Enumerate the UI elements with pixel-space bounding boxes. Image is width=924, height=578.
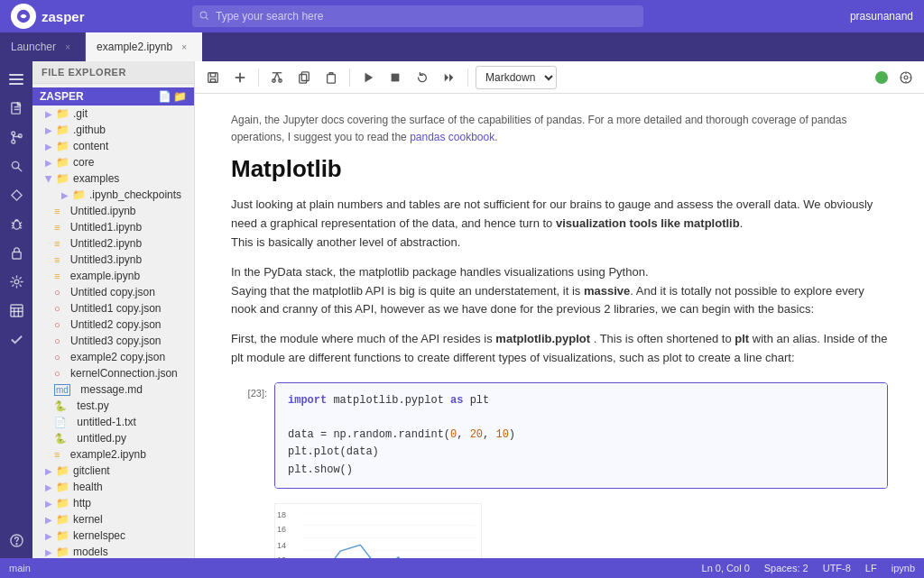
logo: zasper	[11, 4, 85, 29]
list-item[interactable]: 📄 untitled-1.txt	[32, 414, 194, 430]
run-button[interactable]	[357, 67, 379, 88]
cut-button[interactable]	[266, 67, 288, 88]
list-item[interactable]: ▶📁health	[32, 479, 194, 495]
list-item[interactable]: ≡ example.ipynb	[32, 268, 194, 284]
chart-container: 18 16 14 12 10 8 6 4	[274, 503, 482, 558]
list-item[interactable]: ○ example2 copy.json	[32, 349, 194, 365]
list-item[interactable]: ▶📁.github	[32, 122, 194, 138]
main-layout: FILE EXPLORER ZASPER 📄 📁 ▶📁.git ▶📁.githu…	[0, 61, 924, 558]
new-file-icon[interactable]: 📄	[158, 90, 171, 103]
restart-button[interactable]	[411, 67, 433, 88]
list-item[interactable]: ≡ example2.ipynb	[32, 446, 194, 463]
list-item[interactable]: ▶📁.ipynb_checkpoints	[32, 187, 194, 203]
tab-launcher[interactable]: Launcher ×	[0, 32, 86, 61]
copy-button[interactable]	[293, 67, 315, 88]
y-label-16: 16	[277, 525, 286, 534]
para-2: In the PyData stack, the matplotlib pack…	[231, 263, 888, 319]
code-line-5: plt.show()	[288, 462, 874, 479]
svg-line-2	[206, 17, 208, 20]
kernel-status-indicator	[875, 71, 888, 84]
toolbar-separator-2	[349, 69, 350, 87]
list-item[interactable]: 🐍 untitled.py	[32, 430, 194, 446]
add-cell-button[interactable]	[229, 67, 251, 88]
svg-rect-40	[301, 71, 309, 80]
notebook-toolbar: Markdown Code Raw	[195, 61, 924, 94]
tree-root[interactable]: ZASPER 📄 📁	[32, 87, 194, 106]
git-branch-icon[interactable]	[4, 124, 29, 150]
list-item[interactable]: ≡ Untitled2.ipynb	[32, 235, 194, 252]
notebook: Markdown Code Raw Again,	[195, 61, 924, 558]
logo-icon	[11, 4, 36, 29]
list-item[interactable]: ○ Untitled1 copy.json	[32, 300, 194, 317]
section-heading: Matplotlib	[231, 155, 888, 183]
file-tree: ZASPER 📄 📁 ▶📁.git ▶📁.github ▶📁content ▶📁…	[32, 84, 194, 558]
svg-line-13	[17, 167, 21, 170]
para-3: First, the module where much of the API …	[231, 330, 888, 368]
eol-label: LF	[865, 563, 877, 573]
tab-example2-close[interactable]: ×	[178, 41, 190, 53]
search-bar[interactable]: Type your search here	[192, 5, 643, 27]
list-item[interactable]: ▶📁examples	[32, 170, 194, 187]
menu-icon[interactable]	[4, 67, 29, 92]
tree-root-label: ZASPER	[40, 90, 84, 103]
list-item[interactable]: ▶📁.git	[32, 106, 194, 122]
table-icon[interactable]	[4, 298, 29, 323]
cell-type-select[interactable]: Markdown Code Raw	[476, 66, 557, 89]
cell-content[interactable]: import matplotlib.pyplot as plt data = n…	[274, 382, 888, 489]
list-item[interactable]: ▶📁kernelspec	[32, 528, 194, 544]
search-placeholder: Type your search here	[216, 10, 323, 23]
list-item[interactable]: 🐍 test.py	[32, 398, 194, 414]
svg-rect-4	[9, 78, 23, 80]
svg-rect-42	[328, 74, 336, 83]
bug-icon[interactable]	[4, 211, 29, 236]
stop-button[interactable]	[384, 67, 406, 88]
tree-root-icons: 📄 📁	[158, 90, 187, 103]
list-item[interactable]: ▶📁core	[32, 154, 194, 170]
tab-launcher-close[interactable]: ×	[61, 41, 74, 53]
list-item[interactable]: ▶📁gitclient	[32, 463, 194, 479]
list-item[interactable]: ○ Untitled3 copy.json	[32, 333, 194, 349]
kernel-settings-icon[interactable]	[895, 67, 917, 88]
svg-point-9	[11, 131, 14, 134]
code-block[interactable]: import matplotlib.pyplot as plt data = n…	[275, 383, 887, 488]
svg-line-19	[11, 227, 14, 228]
new-folder-icon[interactable]: 📁	[173, 90, 187, 103]
list-item[interactable]: ○ kernelConnection.json	[32, 365, 194, 381]
fast-forward-button[interactable]	[439, 67, 460, 88]
list-item[interactable]: ▶📁kernel	[32, 511, 194, 528]
search-sidebar-icon[interactable]	[4, 153, 29, 179]
svg-marker-46	[449, 73, 453, 81]
help-icon[interactable]	[4, 528, 29, 553]
y-label-14: 14	[277, 541, 286, 550]
list-item[interactable]: ▶📁content	[32, 138, 194, 154]
list-item[interactable]: md message.md	[32, 381, 194, 398]
check-icon[interactable]	[4, 326, 29, 352]
y-label-12: 12	[277, 555, 286, 558]
list-item[interactable]: ○ Untitled2 copy.json	[32, 317, 194, 333]
sidebar-icons	[0, 61, 32, 558]
branch-label: main	[9, 563, 31, 573]
list-item[interactable]: ▶📁http	[32, 495, 194, 511]
list-item[interactable]: ≡ Untitled.ipynb	[32, 203, 194, 219]
y-label-18: 18	[277, 510, 286, 519]
files-icon[interactable]	[4, 96, 29, 121]
extensions-icon[interactable]	[4, 182, 29, 207]
statusbar: main Ln 0, Col 0 Spaces: 2 UTF-8 LF ipyn…	[0, 558, 924, 578]
pandas-cookbook-link[interactable]: pandas cookbook	[410, 131, 494, 143]
svg-point-29	[16, 543, 17, 544]
list-item[interactable]: ≡ Untitled3.ipynb	[32, 252, 194, 268]
svg-rect-31	[210, 72, 215, 76]
list-item[interactable]: ≡ Untitled1.ipynb	[32, 219, 194, 235]
list-item[interactable]: ▶📁models	[32, 544, 194, 558]
user-label: prasunanand	[850, 10, 913, 23]
save-button[interactable]	[202, 67, 224, 88]
chart-output: 18 16 14 12 10 8 6 4	[274, 503, 888, 558]
gear-icon[interactable]	[4, 269, 29, 294]
svg-point-14	[13, 220, 20, 228]
svg-rect-3	[9, 74, 23, 76]
lock-icon[interactable]	[4, 240, 29, 265]
paste-button[interactable]	[320, 67, 342, 88]
tab-example2[interactable]: example2.ipynb ×	[86, 32, 202, 61]
list-item[interactable]: ○ Untitled copy.json	[32, 284, 194, 300]
para-1: Just looking at plain numbers and tables…	[231, 196, 888, 252]
